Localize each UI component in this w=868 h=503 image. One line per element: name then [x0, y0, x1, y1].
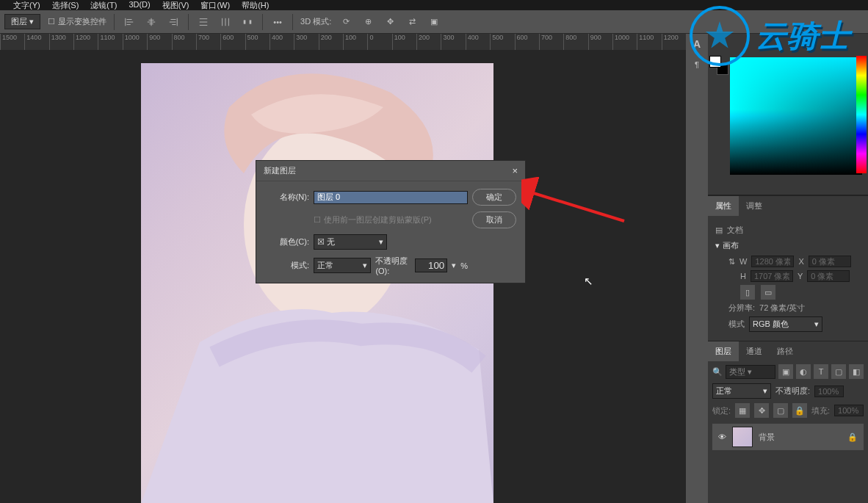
layer-list: 👁 背景 🔒 [708, 421, 868, 453]
opacity-input[interactable] [415, 258, 447, 272]
menu-item[interactable]: 选择(S) [52, 0, 79, 11]
horizontal-ruler: 1500140013001200110010009008007006005004… [0, 34, 686, 50]
distribute-h-icon[interactable] [196, 15, 211, 29]
lock-all-icon[interactable]: 🔒 [792, 403, 807, 418]
x-label: X [798, 257, 803, 266]
filter-adjust-icon[interactable]: ◐ [796, 364, 811, 379]
tab-properties[interactable]: 属性 [708, 196, 739, 216]
menu-item[interactable]: 帮助(H) [242, 0, 269, 11]
text-tool-icon[interactable]: A [690, 37, 704, 51]
search-icon[interactable]: 🔍 [712, 367, 723, 377]
lock-pixels-icon[interactable]: ▦ [735, 403, 750, 418]
menu-bar: 文字(Y) 选择(S) 滤镜(T) 3D(D) 视图(V) 窗口(W) 帮助(H… [0, 0, 868, 10]
layer-opacity-value[interactable]: 100% [814, 386, 844, 397]
opacity-label: 不透明度(O): [375, 256, 411, 275]
option-bar: 图层 ▾ ☐ 显示变换控件 ••• 3D 模式: ⟳ ⊕ ✥ ⇄ ▣ [0, 10, 868, 34]
divider [114, 14, 115, 30]
color-picker-field[interactable] [730, 57, 862, 175]
align-left-icon[interactable] [122, 15, 137, 29]
tab-paths[interactable]: 路径 [770, 341, 800, 361]
distribute-spacing-icon[interactable] [240, 15, 255, 29]
fill-label: 填充: [811, 405, 830, 416]
orientation-landscape-icon[interactable]: ▭ [761, 285, 775, 300]
properties-panel: 属性 调整 ▤文档 ▾画布 ⇅ W X H Y [708, 195, 868, 341]
divider [262, 14, 263, 30]
rotate-icon[interactable]: ⊕ [361, 15, 375, 29]
camera-icon[interactable]: ▣ [427, 15, 441, 29]
ok-button[interactable]: 确定 [472, 189, 516, 206]
visibility-icon[interactable]: 👁 [718, 433, 726, 441]
svg-rect-1 [250, 20, 252, 23]
link-icon[interactable]: ⇅ [728, 257, 735, 267]
canvas-area[interactable]: 1500140013001200110010009008007006005004… [0, 34, 686, 503]
layer-fill-value[interactable]: 100% [834, 405, 864, 416]
cancel-button[interactable]: 取消 [472, 211, 516, 228]
layer-blend-dropdown[interactable]: 正常▾ [712, 383, 771, 399]
layer-row[interactable]: 👁 背景 🔒 [712, 424, 864, 450]
lock-position-icon[interactable]: ✥ [754, 403, 769, 418]
pan-icon[interactable]: ✥ [383, 15, 397, 29]
slide-icon[interactable]: ⇄ [405, 15, 419, 29]
tab-layers[interactable]: 图层 [708, 341, 739, 361]
checkbox-icon: ☐ [314, 215, 321, 225]
w-label: W [739, 257, 747, 266]
more-icon[interactable]: ••• [270, 15, 285, 29]
svg-line-5 [529, 192, 624, 221]
menu-item[interactable]: 文字(Y) [13, 0, 40, 11]
align-center-icon[interactable] [144, 15, 159, 29]
orbit-icon[interactable]: ⟳ [339, 15, 353, 29]
canvas-section-header[interactable]: ▾画布 [715, 240, 861, 251]
menu-item[interactable]: 窗口(W) [200, 0, 230, 11]
show-transform-label: 显示变换控件 [58, 16, 106, 27]
resolution-label: 分辨率: [728, 303, 755, 314]
layer-opacity-label: 不透明度: [775, 386, 810, 397]
chevron-down-icon[interactable]: ▾ [452, 261, 456, 270]
menu-item[interactable]: 滤镜(T) [90, 0, 117, 11]
y-input[interactable] [807, 270, 850, 282]
blend-mode-dropdown[interactable]: 正常▾ [314, 258, 371, 273]
arrow-annotation [521, 177, 632, 228]
h-label: H [740, 272, 746, 281]
y-label: Y [798, 272, 803, 281]
tab-adjustments[interactable]: 调整 [739, 196, 770, 216]
color-dropdown[interactable]: ☒ 无▾ [314, 234, 387, 250]
filter-type-icon[interactable]: T [814, 364, 828, 379]
filter-image-icon[interactable]: ▣ [778, 364, 793, 379]
layer-thumbnail [732, 427, 753, 447]
x-input[interactable] [809, 256, 851, 267]
mode-label: 模式: [265, 260, 309, 271]
svg-rect-0 [244, 20, 246, 23]
color-label: 颜色(C): [265, 236, 309, 247]
height-input[interactable] [751, 270, 793, 282]
layer-name-label: 背景 [759, 432, 775, 443]
filter-shape-icon[interactable]: ▢ [831, 364, 846, 379]
color-mode-dropdown[interactable]: RGB 颜色▾ [749, 316, 822, 332]
menu-item[interactable]: 视图(V) [162, 0, 189, 11]
dialog-title-text: 新建图层 [264, 165, 296, 176]
divider [188, 14, 189, 30]
filter-smart-icon[interactable]: ◧ [849, 364, 864, 379]
orientation-portrait-icon[interactable]: ▯ [740, 285, 755, 300]
foreground-background-swatch[interactable] [709, 56, 728, 75]
new-layer-dialog: 新建图层 × 名称(N): 确定 ☐ 使用前一图层创建剪贴蒙版(P) 取消 颜色… [256, 160, 526, 283]
resolution-value: 72 像素/英寸 [759, 303, 805, 314]
close-icon[interactable]: × [512, 165, 518, 176]
width-input[interactable] [751, 256, 794, 267]
hue-slider[interactable] [856, 56, 867, 173]
align-right-icon[interactable] [166, 15, 181, 29]
percent-label: % [460, 261, 468, 270]
layer-select[interactable]: 图层 ▾ [4, 14, 40, 29]
lock-artboard-icon[interactable]: ▢ [773, 403, 788, 418]
distribute-v-icon[interactable] [218, 15, 233, 29]
mini-tool-column: A ¶ [686, 34, 708, 503]
layer-filter-dropdown[interactable]: 类型 ▾ [726, 365, 775, 379]
paragraph-icon[interactable]: ¶ [690, 57, 704, 72]
lock-label: 锁定: [712, 405, 731, 416]
doc-label: 文档 [727, 225, 743, 236]
color-panel [708, 34, 868, 195]
clip-mask-label: 使用前一图层创建剪贴蒙版(P) [324, 214, 432, 225]
layer-name-input[interactable] [314, 191, 468, 204]
tab-channels[interactable]: 通道 [739, 341, 770, 361]
menu-item[interactable]: 3D(D) [129, 0, 150, 9]
show-transform-checkbox[interactable]: ☐ 显示变换控件 [48, 16, 106, 27]
